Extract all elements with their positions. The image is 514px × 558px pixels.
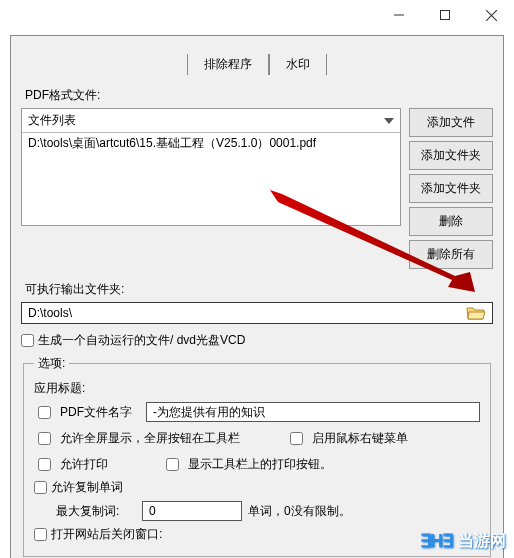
close-button[interactable]	[468, 0, 514, 30]
tab-exclude[interactable]: 排除程序	[187, 54, 269, 75]
printbtn-label: 显示工具栏上的打印按钮。	[188, 456, 332, 473]
add-folder-button-1[interactable]: 添加文件夹	[409, 141, 493, 170]
title-input[interactable]	[146, 402, 480, 422]
closewin-checkbox[interactable]	[34, 528, 47, 541]
rightclick-label: 启用鼠标右键菜单	[312, 430, 408, 447]
add-file-button[interactable]: 添加文件	[409, 108, 493, 137]
print-checkbox[interactable]	[38, 458, 51, 471]
maxcopy-unit: 单词，0没有限制。	[248, 503, 351, 520]
watermark-logo: ∃H∃	[420, 530, 452, 552]
fullscreen-label: 允许全屏显示，全屏按钮在工具栏	[60, 430, 280, 447]
closewin-label: 打开网站后关闭窗口:	[51, 526, 162, 543]
maximize-button[interactable]	[422, 0, 468, 30]
output-folder-label: 可执行输出文件夹:	[25, 281, 493, 298]
delete-all-button[interactable]: 删除所有	[409, 240, 493, 269]
browse-folder-button[interactable]	[462, 304, 490, 322]
fullscreen-checkbox[interactable]	[38, 432, 51, 445]
main-panel: 排除程序 水印 PDF格式文件: 文件列表 D:\tools\桌面\artcut…	[10, 35, 504, 558]
tabs: 排除程序 水印	[21, 54, 493, 75]
file-item[interactable]: D:\tools\桌面\artcut6\15.基础工程（V25.1.0）0001…	[22, 133, 400, 154]
pdf-files-label: PDF格式文件:	[25, 87, 493, 104]
options-group: 选项: 应用标题: PDF文件名字 允许全屏显示，全屏按钮在工具栏 启用鼠标右键…	[23, 355, 491, 557]
autorun-checkbox[interactable]	[21, 334, 34, 347]
file-list[interactable]: 文件列表 D:\tools\桌面\artcut6\15.基础工程（V25.1.0…	[21, 108, 401, 226]
svg-rect-1	[441, 11, 450, 20]
tab-watermark[interactable]: 水印	[269, 54, 327, 75]
title-bar	[0, 0, 514, 30]
maxcopy-label: 最大复制词:	[56, 503, 136, 520]
pdfname-checkbox[interactable]	[38, 406, 51, 419]
delete-button[interactable]: 删除	[409, 207, 493, 236]
pdfname-label: PDF文件名字	[60, 404, 140, 421]
copy-label: 允许复制单词	[51, 479, 123, 496]
watermark-text: 当游网	[458, 531, 506, 552]
autorun-label: 生成一个自动运行的文件/ dvd光盘VCD	[38, 332, 245, 349]
print-label: 允许打印	[60, 456, 156, 473]
add-folder-button-2[interactable]: 添加文件夹	[409, 174, 493, 203]
printbtn-checkbox[interactable]	[166, 458, 179, 471]
sort-icon[interactable]	[384, 118, 394, 124]
app-title-label: 应用标题:	[34, 380, 480, 397]
watermark: ∃H∃ 当游网	[420, 530, 506, 552]
output-path-input[interactable]	[22, 306, 462, 320]
options-legend: 选项:	[34, 355, 69, 372]
maxcopy-input[interactable]	[142, 501, 242, 521]
file-list-header: 文件列表	[28, 112, 76, 129]
minimize-button[interactable]	[376, 0, 422, 30]
rightclick-checkbox[interactable]	[290, 432, 303, 445]
copy-checkbox[interactable]	[34, 481, 47, 494]
